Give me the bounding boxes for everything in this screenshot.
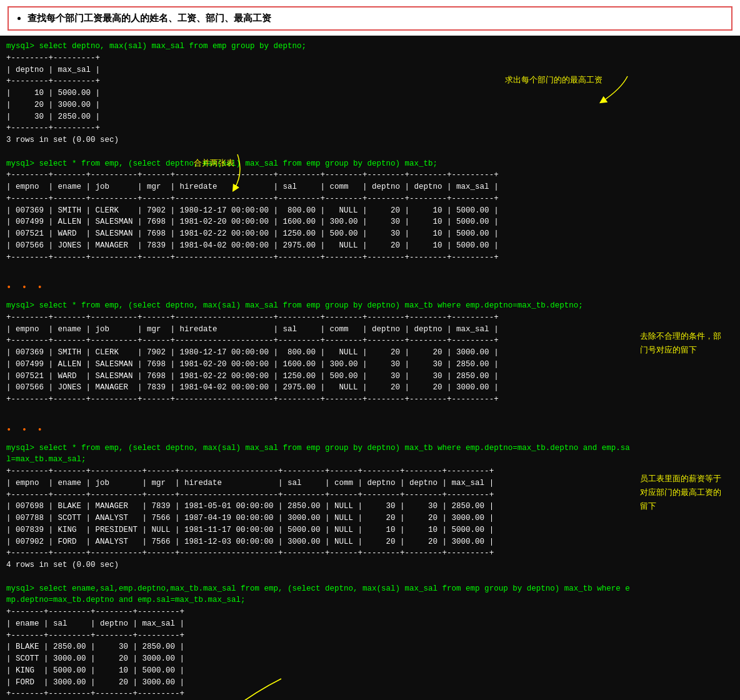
s3-query2: l=max_tb.max_sal; [6,455,86,464]
annotation-merge: 合并两张表 [194,158,234,169]
question-text: 查找每个部门工资最高的人的姓名、工资、部门、最高工资 [28,12,724,24]
query1-text: mysql> select deptno, max(sal) max_sal f… [6,42,306,51]
section1: mysql> select deptno, max(sal) max_sal f… [0,36,740,280]
annotation-sal-match: 员工表里面的薪资等于对应部门的最高工资的留下 [640,472,721,513]
s3-query1: mysql> select * from emp, (select deptno… [6,444,630,452]
question-box: 查找每个部门工资最高的人的姓名、工资、部门、最高工资 [8,6,732,31]
annotation-filter: 去除不合理的条件，部门号对应的留下 [640,329,721,357]
table2-text: +--------+-------+----------+------+----… [6,171,499,261]
dots-1: • • • [0,280,740,295]
s3-rows: 4 rows in set (0.00 sec) [6,561,119,569]
terminal-block-3: mysql> select * from emp, (select deptno… [0,438,740,701]
s2-table: +--------+-------+----------+------+----… [6,313,499,404]
s4-query1: mysql> select ename,sal,emp.deptno,max_t… [6,584,630,593]
annotation-max-sal: 求出每个部门的的最高工资 [505,74,602,86]
terminal-block-1: mysql> select deptno, max(sal) max_sal f… [0,36,740,280]
s3-table: +--------+-------+-----------+------+---… [6,467,494,558]
s2-query: mysql> select * from emp, (select deptno… [6,301,583,310]
table1-header: +--------+---------+ | deptno | max_sal … [6,54,100,133]
s4-query2: mp.deptno=max_tb.deptno and emp.sal=max_… [6,596,246,604]
dots-2: • • • [0,422,740,438]
section2: mysql> select * from emp, (select deptno… [0,295,740,422]
section3: mysql> select * from emp, (select deptno… [0,438,740,701]
s4-table: +-------+---------+--------+---------+ |… [6,608,184,698]
terminal-block-2: mysql> select * from emp, (select deptno… [0,295,740,422]
rows1-text: 3 rows in set (0.00 sec) [6,136,119,144]
